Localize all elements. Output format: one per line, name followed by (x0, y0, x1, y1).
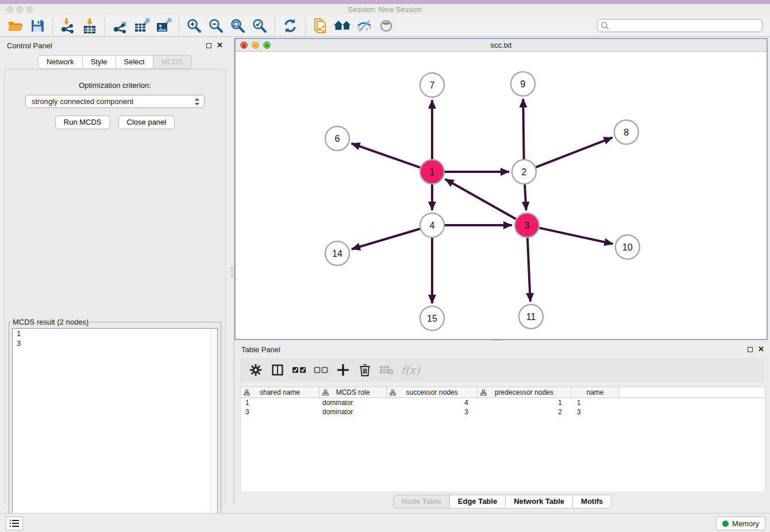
column-header-name[interactable]: name (571, 387, 619, 398)
select-stepper-icon (194, 97, 200, 106)
tab-mcds[interactable]: MCDS (153, 55, 192, 69)
node-14[interactable]: 14 (325, 241, 349, 265)
refresh-icon[interactable] (280, 17, 300, 35)
memory-label: Memory (732, 519, 759, 528)
open-folder-icon[interactable] (6, 17, 25, 35)
mcds-result-group: MCDS result (2 nodes) 13 (9, 318, 221, 532)
columns-icon[interactable] (269, 361, 286, 379)
edge-3-10[interactable] (539, 228, 613, 244)
edge-2-9[interactable] (523, 99, 523, 159)
search-icon (600, 21, 610, 30)
gear-icon[interactable] (247, 361, 264, 379)
mcds-result-list[interactable]: 13 (12, 328, 218, 532)
table-cell: 3 (387, 407, 478, 417)
table-row[interactable]: 1dominator411 (241, 398, 765, 407)
network-canvas[interactable]: 7968124314101511 (236, 52, 767, 339)
table-cell: dominator (319, 407, 387, 417)
node-4[interactable]: 4 (420, 213, 444, 237)
edge-3-1[interactable] (445, 179, 516, 219)
svg-text:7: 7 (430, 80, 435, 90)
edge-2-3[interactable] (525, 184, 526, 210)
column-header-successor-nodes[interactable]: successor nodes (387, 387, 478, 398)
task-history-button[interactable] (6, 516, 23, 530)
import-network-icon[interactable] (58, 17, 78, 35)
import-table-icon[interactable] (80, 17, 99, 35)
home-network-icon[interactable] (333, 17, 352, 35)
node-11[interactable]: 11 (519, 304, 543, 329)
delete-column-icon[interactable] (356, 361, 374, 379)
toolbar-separator (52, 17, 53, 34)
search-input[interactable] (610, 20, 762, 31)
app-title: Session: New Session (0, 5, 770, 14)
table-row[interactable]: 3dominator323 (241, 407, 765, 417)
svg-text:8: 8 (624, 128, 629, 137)
tab-style[interactable]: Style (82, 55, 116, 69)
column-header-MCDS-role[interactable]: MCDS role (319, 387, 387, 398)
node-7[interactable]: 7 (420, 73, 444, 97)
toolbar-separator (305, 17, 306, 34)
close-panel-button[interactable]: Close panel (118, 115, 175, 129)
add-column-icon[interactable] (334, 361, 352, 379)
export-table-icon[interactable] (132, 17, 152, 35)
tab-edge-table[interactable]: Edge Table (449, 495, 506, 508)
mcds-list-scrollbar[interactable] (210, 329, 217, 532)
node-table: shared nameMCDS rolesuccessor nodesprede… (240, 387, 765, 491)
node-15[interactable]: 15 (420, 306, 444, 330)
svg-text:11: 11 (526, 312, 536, 322)
tab-network-table[interactable]: Network Table (505, 495, 573, 508)
search-box[interactable] (597, 19, 763, 32)
zoom-out-icon[interactable] (206, 17, 226, 35)
column-header-shared-name[interactable]: shared name (241, 387, 319, 398)
delete-table-icon (378, 361, 395, 379)
close-table-panel-icon[interactable]: ✕ (758, 345, 764, 354)
tab-motifs[interactable]: Motifs (572, 495, 611, 508)
tab-node-table[interactable]: Node Table (393, 495, 450, 508)
save-icon[interactable] (28, 17, 47, 35)
svg-text:10: 10 (622, 242, 633, 252)
node-3[interactable]: 3 (515, 213, 539, 237)
deselect-all-icon[interactable] (313, 361, 330, 379)
copy-network-icon[interactable] (311, 17, 330, 35)
edge-2-8[interactable] (536, 137, 613, 167)
network-window-titlebar[interactable]: x − + scc.txt (236, 39, 767, 52)
status-bar: Memory (0, 513, 770, 532)
splitter-grip[interactable] (230, 268, 233, 277)
zoom-in-icon[interactable] (184, 17, 204, 35)
toolbar-separator (105, 17, 105, 34)
edge-4-14[interactable] (352, 229, 420, 249)
control-panel: Control Panel ✕ NetworkStyleSelectMCDS O… (0, 38, 230, 504)
close-panel-icon[interactable]: ✕ (217, 41, 223, 50)
node-1[interactable]: 1 (420, 160, 444, 184)
mcds-result-item[interactable]: 3 (13, 338, 217, 348)
select-all-icon[interactable] (291, 361, 308, 379)
float-table-panel-icon[interactable] (748, 347, 753, 352)
node-2[interactable]: 2 (512, 160, 536, 184)
run-mcds-button[interactable]: Run MCDS (55, 115, 110, 129)
zoom-selected-icon[interactable] (250, 17, 270, 35)
memory-button[interactable]: Memory (716, 516, 765, 530)
node-10[interactable]: 10 (615, 235, 640, 259)
criterion-selected-value: strongly connected component (32, 97, 133, 106)
node-6[interactable]: 6 (325, 126, 349, 151)
node-table-header: shared nameMCDS rolesuccessor nodesprede… (241, 387, 765, 398)
hide-eye-icon[interactable] (355, 17, 374, 35)
node-8[interactable]: 8 (614, 120, 638, 144)
mcds-result-title: MCDS result (2 nodes) (11, 318, 90, 326)
column-header-predecessor-nodes[interactable]: predecessor nodes (478, 387, 571, 398)
tab-select[interactable]: Select (116, 55, 153, 69)
node-9[interactable]: 9 (511, 72, 535, 96)
function-builder-icon: f(x) (401, 364, 420, 376)
network-graph: 7968124314101511 (236, 52, 767, 339)
edge-1-6[interactable] (352, 144, 421, 168)
table-cell: 1 (478, 398, 571, 407)
export-network-icon[interactable] (110, 17, 130, 35)
toolbar-separator (179, 17, 179, 34)
edge-3-11[interactable] (528, 238, 530, 302)
zoom-fit-icon[interactable] (228, 17, 248, 35)
criterion-select[interactable]: strongly connected component (25, 95, 205, 108)
mcds-result-item[interactable]: 1 (13, 329, 217, 338)
vertical-splitter[interactable] (230, 38, 234, 504)
float-panel-icon[interactable] (206, 43, 211, 48)
tab-network[interactable]: Network (38, 55, 83, 69)
export-image-icon[interactable] (154, 17, 174, 35)
